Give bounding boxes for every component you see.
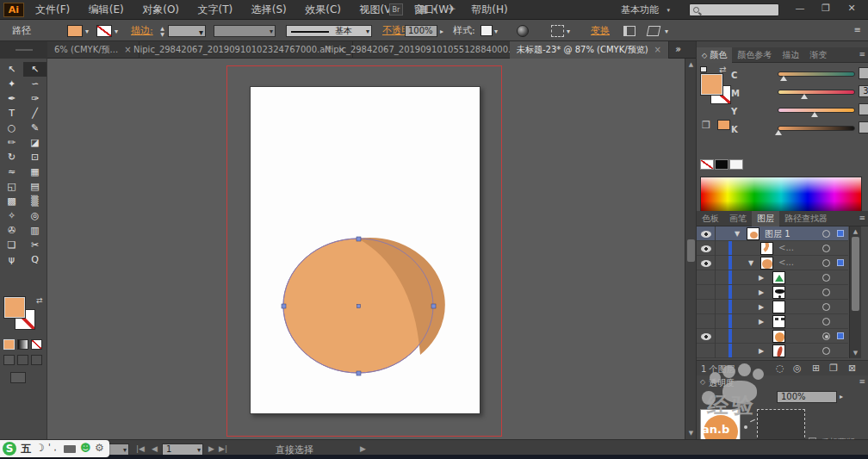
- anchor-center[interactable]: [357, 305, 361, 308]
- perspective-grid-tool[interactable]: ▤: [23, 179, 46, 194]
- none-mode-button[interactable]: [31, 339, 42, 350]
- shape-builder-tool[interactable]: ◱: [0, 179, 23, 194]
- c-value[interactable]: 6.78: [859, 67, 868, 79]
- tab-color[interactable]: ◇ 颜色: [697, 47, 732, 63]
- layer-row-1[interactable]: ▼ 图层 1: [697, 226, 848, 241]
- fill-arrow-icon[interactable]: ▾: [85, 28, 89, 35]
- out-of-gamut-icon[interactable]: ❒: [702, 120, 710, 131]
- width-profile-select[interactable]: ▾: [214, 25, 276, 37]
- shear-icon[interactable]: [647, 26, 661, 36]
- ime-keyboard-icon[interactable]: [64, 445, 76, 453]
- tab-gradient[interactable]: 渐变: [804, 47, 832, 63]
- layer-row-4[interactable]: ▶: [697, 270, 848, 285]
- layer-thumbnail[interactable]: [772, 344, 785, 357]
- transparency-opacity-arrow-icon[interactable]: ▸: [840, 393, 843, 400]
- expand-closed-icon[interactable]: ▶: [759, 288, 764, 296]
- target-ring[interactable]: [822, 288, 830, 296]
- ime-mode[interactable]: 五: [21, 442, 31, 456]
- target-ring[interactable]: [822, 259, 830, 267]
- ellipse-tool[interactable]: ○: [0, 121, 23, 135]
- search-input[interactable]: [689, 3, 779, 16]
- eye-cell[interactable]: [697, 314, 716, 329]
- transparency-panel-menu-icon[interactable]: ≡: [859, 377, 865, 386]
- layer-row-6[interactable]: ▶: [697, 300, 848, 314]
- k-slider-thumb[interactable]: [775, 130, 782, 135]
- k-value[interactable]: 0.78: [859, 121, 868, 133]
- menu-edit[interactable]: 编辑(E): [81, 0, 132, 20]
- target-ring[interactable]: [822, 230, 830, 238]
- c-slider-thumb[interactable]: [780, 76, 787, 81]
- none-color-swatch[interactable]: [700, 159, 714, 170]
- canvas-area[interactable]: [47, 59, 685, 439]
- eye-cell[interactable]: [697, 300, 716, 314]
- selection-proxy[interactable]: [837, 332, 844, 339]
- layer-thumbnail[interactable]: [747, 227, 760, 240]
- stroke-weight-arrow-icon[interactable]: ▾: [199, 28, 203, 38]
- layer-row-5[interactable]: ▶: [697, 285, 848, 300]
- lasso-tool[interactable]: ∽: [23, 77, 46, 91]
- eyedropper-tool[interactable]: ✧: [0, 208, 23, 223]
- menu-effect[interactable]: 效果(C): [297, 0, 349, 20]
- layer-thumbnail[interactable]: [772, 286, 785, 299]
- layer-thumbnail[interactable]: [772, 330, 785, 343]
- vscroll-thumb[interactable]: [687, 239, 695, 262]
- color-panel-menu-icon[interactable]: ≡: [859, 50, 865, 59]
- fill-swatch-proxy[interactable]: [701, 74, 722, 95]
- arrange-documents-arrow-icon[interactable]: ▾: [433, 6, 437, 13]
- artboard-tool[interactable]: ❏: [0, 238, 23, 252]
- menu-object[interactable]: 对象(O): [134, 0, 187, 20]
- bridge-icon[interactable]: Br: [389, 3, 403, 16]
- expand-closed-icon[interactable]: ▶: [759, 347, 764, 355]
- opacity-input[interactable]: 100%: [405, 25, 437, 37]
- tab-color-guide[interactable]: 颜色参考: [732, 47, 777, 63]
- gradient-mode-button[interactable]: [17, 339, 28, 350]
- expand-open-icon[interactable]: ▼: [748, 259, 753, 267]
- slice-tool[interactable]: ✂: [23, 238, 46, 252]
- tab-swatches[interactable]: 色板: [697, 211, 724, 226]
- layer-thumbnail[interactable]: [760, 242, 773, 255]
- clipping-mask-icon[interactable]: ◎: [793, 363, 802, 374]
- layers-scrollbar[interactable]: ▲ ▼: [849, 226, 861, 358]
- style-swatch[interactable]: [480, 25, 493, 36]
- draw-normal-button[interactable]: [3, 355, 15, 365]
- new-sublayer-icon[interactable]: ⊞: [812, 363, 820, 374]
- c-slider-track[interactable]: [778, 71, 855, 77]
- select-similar-arrow-icon[interactable]: ▾: [567, 28, 570, 35]
- share-screen-icon[interactable]: ✈: [448, 3, 456, 15]
- rotate-tool[interactable]: ↻: [0, 150, 23, 164]
- column-graph-tool[interactable]: ▥: [23, 223, 46, 238]
- anchor-point-tool[interactable]: ✑: [23, 91, 46, 106]
- stroke-arrow-icon[interactable]: ▾: [115, 28, 118, 35]
- eye-cell[interactable]: [697, 256, 716, 270]
- toolbar-dock-grip[interactable]: [0, 41, 47, 59]
- eye-cell[interactable]: [697, 270, 716, 285]
- anchor-left[interactable]: [282, 304, 286, 308]
- brush-definition-select[interactable]: 基本 ▾: [286, 25, 372, 37]
- brush-arrow-icon[interactable]: ▾: [366, 27, 369, 37]
- expand-closed-icon[interactable]: ▶: [759, 303, 764, 311]
- m-value[interactable]: 33.55: [859, 85, 868, 97]
- doc-tab-4-close-icon[interactable]: ×: [654, 45, 661, 54]
- tab-layers[interactable]: 图层: [752, 211, 779, 226]
- white-swatch[interactable]: [729, 159, 743, 170]
- new-layer-icon[interactable]: ❐: [829, 363, 838, 374]
- layers-panel-menu-icon[interactable]: ≡: [859, 214, 865, 222]
- tab-brushes[interactable]: 画笔: [724, 211, 752, 226]
- transform-link[interactable]: 变换: [591, 20, 610, 41]
- swap-fill-stroke-icon[interactable]: ⇄: [36, 296, 43, 305]
- layer-row-7[interactable]: ▶: [697, 314, 848, 329]
- menu-help[interactable]: 帮助(H): [463, 0, 515, 20]
- doc-tab-1[interactable]: 6% (CMYK/预...×: [47, 41, 140, 59]
- layer-name[interactable]: <...: [778, 257, 794, 267]
- draw-inside-button[interactable]: [31, 355, 42, 365]
- m-slider-track[interactable]: [778, 90, 855, 95]
- layers-scroll-down-icon[interactable]: ▼: [850, 349, 861, 357]
- sogou-logo-icon[interactable]: S: [3, 442, 16, 456]
- anchor-right[interactable]: [431, 304, 436, 308]
- workspace-switcher[interactable]: 基本功能: [621, 0, 659, 20]
- prev-artboard-icon[interactable]: ◀: [152, 444, 158, 453]
- tab-stroke[interactable]: 描边: [777, 47, 804, 63]
- hand-tool[interactable]: ψ: [0, 252, 23, 267]
- direct-selection-tool[interactable]: ↖: [23, 62, 46, 77]
- next-artboard-icon[interactable]: ▶: [208, 444, 214, 453]
